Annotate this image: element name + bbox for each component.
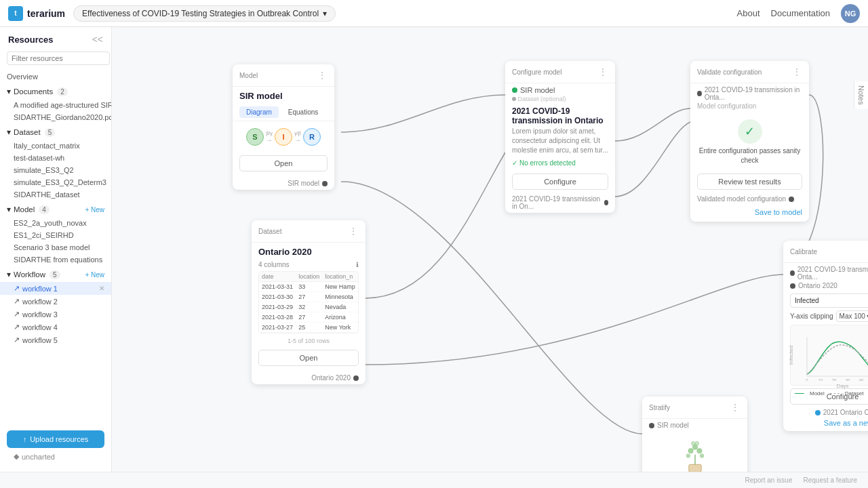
new-model-button[interactable]: + New <box>85 206 104 214</box>
dataset-node: Dataset ⋮ Ontario 2020 4 columns ℹ date … <box>252 220 366 384</box>
validate-node: Validate configuration ⋮ 2021 COVID-19 t… <box>690 61 809 222</box>
sidebar-section-model-header[interactable]: ▾ Model 4 + New <box>0 201 111 217</box>
save-to-model-button[interactable]: Save to model <box>690 205 809 222</box>
workflow-canvas[interactable]: Model ⋮ SIR model Diagram Equations S β/… <box>112 27 868 472</box>
workflow-icon: ↗ <box>14 284 20 293</box>
doc-1-label: A modified age-structured SIR m... <box>14 101 111 109</box>
tab-diagram[interactable]: Diagram <box>239 106 279 118</box>
chart-x-label: Days <box>795 383 868 389</box>
sidebar-section-workflow: ▾ Workflow 5 + New ↗ workflow 1 ✕ ↗ work… <box>0 266 111 346</box>
col-date: date <box>259 272 296 282</box>
chart-svg: 0 10 20 30 40 50 <box>795 337 868 381</box>
dataset-header: Dataset ⋮ <box>252 220 366 243</box>
svg-point-10 <box>688 449 692 453</box>
validate-options-button[interactable]: ⋮ <box>792 66 802 77</box>
config-sir-input: SIR model <box>505 83 615 96</box>
config-dataset-dot <box>512 97 516 101</box>
info-icon: ℹ <box>356 261 359 268</box>
filter-input[interactable] <box>7 52 110 65</box>
new-workflow-button[interactable]: + New <box>85 271 104 279</box>
stratify-header-label: Stratify <box>649 404 670 411</box>
config-node-header: Configure model ⋮ <box>505 61 615 83</box>
project-title-pill[interactable]: Effectiveness of COVID-19 Testing Strate… <box>73 5 336 22</box>
sir-diagram: S β/γ → I γ/β → R <box>233 121 334 152</box>
sidebar-item-overview[interactable]: Overview <box>0 70 111 83</box>
svg-text:20: 20 <box>832 378 837 381</box>
sidebar-section-dataset: ▾ Dataset 5 Italy_contact_matrix test-da… <box>0 123 111 201</box>
sidebar-item-dataset-3[interactable]: simulate_ES3_Q2 <box>0 164 111 176</box>
logo: t terarium <box>8 6 65 21</box>
validate-model-config: Model configuration <box>690 101 809 113</box>
review-results-button[interactable]: Review test results <box>697 174 802 190</box>
report-issue-link[interactable]: Report an issue <box>745 476 792 484</box>
sidebar-section-workflow-header[interactable]: ▾ Workflow 5 + New <box>0 266 111 282</box>
sidebar-item-workflow-2[interactable]: ↗ workflow 2 <box>0 295 111 308</box>
chart-legend: Model Dataset <box>795 390 868 396</box>
dataset-columns: 4 columns ℹ <box>252 260 366 271</box>
sidebar-item-model-1[interactable]: ES2_2a_youth_novax <box>0 217 111 229</box>
section-count: 5 <box>50 270 60 279</box>
sidebar-item-workflow-4[interactable]: ↗ workflow 4 <box>0 321 111 333</box>
sidebar-item-model-2[interactable]: ES1_2ci_SEIRHD <box>0 229 111 241</box>
config-description: Lorem ipsum dolor sit amet, consectetur … <box>505 127 615 159</box>
dataset-output-row: Ontario 2020 <box>252 371 366 384</box>
calibrate-node: Calibrate ⋮ 2021 COVID-19 transmission i… <box>783 241 868 431</box>
sidebar-collapse-button[interactable]: << <box>92 34 103 45</box>
validate-pass-text: Entire configuration passes sanity check <box>690 146 809 171</box>
stratify-node: Stratify ⋮ SIR model <box>642 396 747 472</box>
sir-row: S β/γ → I γ/β → R <box>246 128 321 146</box>
uncharted-label: ◆ uncharted <box>7 448 104 465</box>
svg-point-15 <box>691 441 695 445</box>
save-as-new-model-button[interactable]: Save as a new model <box>783 418 868 431</box>
stratify-options-button[interactable]: ⋮ <box>730 402 741 413</box>
request-feature-link[interactable]: Request a feature <box>804 476 858 484</box>
validate-input-dot <box>697 91 702 96</box>
sidebar-item-workflow-3[interactable]: ↗ workflow 3 <box>0 308 111 321</box>
calibrate-input1: 2021 COVID-19 transmission in Onta... <box>783 263 868 281</box>
model-open-button[interactable]: Open <box>239 155 328 171</box>
user-avatar[interactable]: NG <box>841 4 860 23</box>
yaxis-select[interactable]: Max 100 ▾ <box>836 310 868 322</box>
logo-text: terarium <box>27 8 65 19</box>
validate-output-row: Validated model configuration <box>690 192 809 205</box>
calibrate-output-row: 2021 Ontario Calibrated <box>783 407 868 418</box>
project-title: Effectiveness of COVID-19 Testing Strate… <box>82 9 319 18</box>
sidebar-item-dataset-1[interactable]: Italy_contact_matrix <box>0 140 111 152</box>
config-options-button[interactable]: ⋮ <box>598 66 608 77</box>
model-options-button[interactable]: ⋮ <box>317 70 328 81</box>
section-label: Model <box>14 205 35 214</box>
calibrate-output-dot <box>815 410 821 415</box>
tab-equations[interactable]: Equations <box>281 106 325 118</box>
sidebar-item-dataset-5[interactable]: SIDARTHE_dataset <box>0 188 111 201</box>
configure-button[interactable]: Configure <box>512 174 608 190</box>
documentation-link[interactable]: Documentation <box>771 8 830 18</box>
config-no-errors: ✓ No errors detected <box>505 159 615 171</box>
about-link[interactable]: About <box>737 8 760 18</box>
sidebar-item-dataset-2[interactable]: test-dataset-wh <box>0 152 111 164</box>
sir-r-node: R <box>303 128 321 146</box>
dataset-open-button[interactable]: Open <box>258 350 359 366</box>
sidebar-item-doc-2[interactable]: SIDARTHE_Giordano2020.pdf <box>0 111 111 123</box>
sidebar-section-documents-header[interactable]: ▾ Documents 2 <box>0 83 111 99</box>
notes-label: Notes <box>857 85 865 105</box>
calibrate-select[interactable]: Infected ▾ <box>790 293 868 308</box>
close-workflow-icon[interactable]: ✕ <box>99 285 104 292</box>
dataset-options-button[interactable]: ⋮ <box>349 226 359 237</box>
sidebar-item-doc-1[interactable]: A modified age-structured SIR m... <box>0 99 111 111</box>
table-row: 2021-03-3133New Hamp <box>259 282 358 292</box>
notes-tab[interactable]: Notes <box>854 81 868 109</box>
dataset-header-label: Dataset <box>258 228 281 235</box>
section-count: 5 <box>45 128 56 137</box>
sidebar-item-model-4[interactable]: SIDARTHE from equations <box>0 253 111 266</box>
sidebar-item-dataset-4[interactable]: simulate_ES3_Q2_Determ3 <box>0 176 111 188</box>
sidebar-section-dataset-header[interactable]: ▾ Dataset 5 <box>0 123 111 140</box>
sidebar-item-workflow-1[interactable]: ↗ workflow 1 ✕ <box>0 282 111 295</box>
dataset-title: Ontario 2020 <box>252 243 366 260</box>
sidebar-item-workflow-5[interactable]: ↗ workflow 5 <box>0 333 111 346</box>
uncharted-icon: ◆ <box>14 452 19 461</box>
topbar: t terarium Effectiveness of COVID-19 Tes… <box>0 0 868 27</box>
upload-resources-button[interactable]: ↑ Upload resources <box>7 430 104 448</box>
validate-output-label: Validated model configuration <box>697 195 786 203</box>
validate-header-label: Validate configuration <box>697 68 762 76</box>
sidebar-item-model-3[interactable]: Scenario 3 base model <box>0 241 111 253</box>
